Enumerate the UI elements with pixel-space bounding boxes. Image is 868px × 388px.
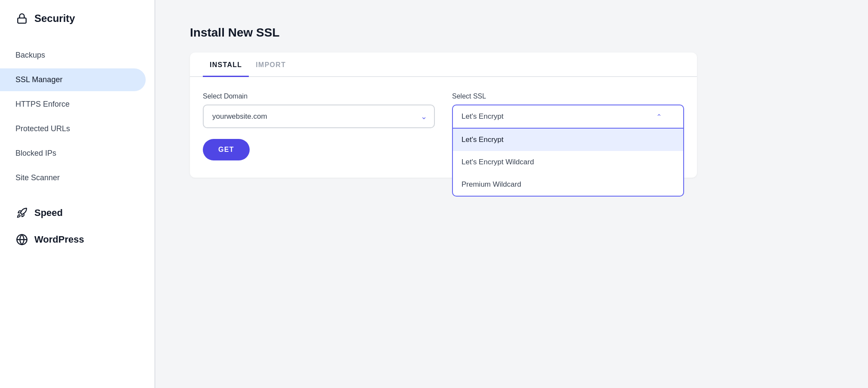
ssl-chevron-icon: ⌃ bbox=[656, 113, 662, 121]
ssl-option-lets-encrypt[interactable]: Let's Encrypt bbox=[453, 129, 683, 151]
sidebar-speed-title: Speed bbox=[34, 207, 63, 219]
ssl-dropdown: Let's Encrypt Let's Encrypt Wildcard Pre… bbox=[452, 129, 684, 197]
tab-install[interactable]: INSTALL bbox=[203, 52, 249, 77]
sidebar-item-backups[interactable]: Backups bbox=[0, 44, 146, 67]
rocket-icon bbox=[15, 206, 28, 219]
sidebar: Security Backups SSL Manager HTTPS Enfor… bbox=[0, 0, 155, 388]
domain-select-wrapper: yourwebsite.com ⌄ bbox=[203, 105, 435, 128]
ssl-card: INSTALL IMPORT Select Domain yourwebsite… bbox=[190, 52, 697, 178]
ssl-option-lets-encrypt-wildcard[interactable]: Let's Encrypt Wildcard bbox=[453, 151, 683, 173]
sidebar-item-blocked-ips[interactable]: Blocked IPs bbox=[0, 142, 146, 165]
ssl-label: Select SSL bbox=[452, 92, 684, 100]
sidebar-item-site-scanner[interactable]: Site Scanner bbox=[0, 166, 146, 189]
sidebar-security-header: Security bbox=[0, 0, 154, 37]
wordpress-icon bbox=[15, 233, 28, 246]
sidebar-speed-header: Speed bbox=[0, 196, 154, 223]
sidebar-wordpress-header: WordPress bbox=[0, 223, 154, 249]
ssl-select-wrapper: Let's Encrypt ⌃ Let's Encrypt Let's Encr… bbox=[452, 105, 684, 129]
main-content: Install New SSL INSTALL IMPORT Select Do… bbox=[156, 0, 868, 388]
ssl-select-box[interactable]: Let's Encrypt ⌃ bbox=[452, 105, 684, 129]
domain-group: Select Domain yourwebsite.com ⌄ bbox=[203, 92, 435, 128]
ssl-option-premium-wildcard[interactable]: Premium Wildcard bbox=[453, 173, 683, 196]
svg-rect-0 bbox=[18, 18, 26, 23]
sidebar-item-protected-urls[interactable]: Protected URLs bbox=[0, 117, 146, 140]
sidebar-item-ssl-manager[interactable]: SSL Manager bbox=[0, 68, 146, 91]
domain-label: Select Domain bbox=[203, 92, 435, 100]
tab-import[interactable]: IMPORT bbox=[249, 52, 293, 77]
domain-select[interactable]: yourwebsite.com bbox=[203, 105, 435, 128]
lock-icon bbox=[15, 12, 28, 25]
sidebar-nav: Backups SSL Manager HTTPS Enforce Protec… bbox=[0, 37, 154, 196]
ssl-selected-value: Let's Encrypt bbox=[462, 112, 504, 121]
install-form: Select Domain yourwebsite.com ⌄ Select S… bbox=[190, 77, 697, 178]
sidebar-security-title: Security bbox=[34, 12, 75, 25]
ssl-group: Select SSL Let's Encrypt ⌃ Let's Encrypt… bbox=[452, 92, 684, 129]
sidebar-wordpress-title: WordPress bbox=[34, 234, 84, 245]
get-button[interactable]: GET bbox=[203, 139, 250, 160]
form-row: Select Domain yourwebsite.com ⌄ Select S… bbox=[203, 92, 684, 129]
page-title: Install New SSL bbox=[190, 26, 834, 40]
tab-bar: INSTALL IMPORT bbox=[190, 52, 697, 77]
sidebar-item-https-enforce[interactable]: HTTPS Enforce bbox=[0, 93, 146, 116]
